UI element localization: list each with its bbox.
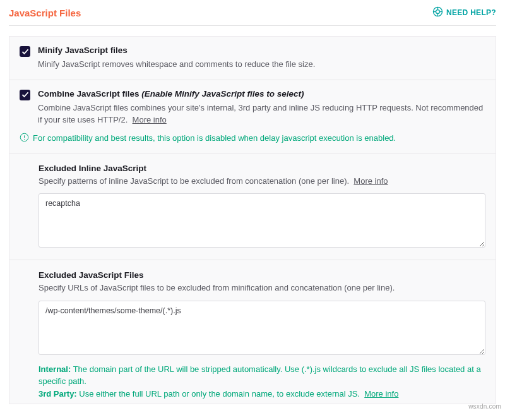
minify-js-label: Minify JavaScript files	[38, 45, 485, 55]
svg-point-1	[436, 10, 440, 14]
combine-js-warning: For compatibility and best results, this…	[20, 133, 485, 144]
excluded-files-note: Internal: The domain part of the URL wil…	[39, 363, 485, 400]
settings-panel: Minify JavaScript files Minify JavaScrip…	[9, 36, 496, 404]
excluded-files-more-info-link[interactable]: More info	[364, 389, 398, 399]
help-icon	[432, 6, 443, 19]
excluded-inline-textarea[interactable]	[39, 193, 485, 248]
excluded-files-section: Excluded JavaScript Files Specify URLs o…	[9, 260, 496, 404]
info-icon	[20, 133, 29, 144]
excluded-inline-desc: Specify patterns of inline JavaScript to…	[39, 175, 485, 188]
section-title: JavaScript Files	[9, 8, 81, 18]
combine-js-label: Combine JavaScript files	[38, 89, 140, 99]
minify-js-desc: Minify JavaScript removes whitespace and…	[38, 58, 485, 71]
excluded-files-textarea[interactable]	[39, 301, 485, 355]
combine-more-info-link[interactable]: More info	[133, 115, 167, 124]
combine-js-checkbox[interactable]	[20, 90, 30, 100]
combine-js-desc: Combine JavaScript files combines your s…	[38, 102, 485, 126]
combine-js-row: Combine JavaScript files (Enable Minify …	[9, 80, 496, 153]
minify-js-checkbox[interactable]	[20, 46, 30, 57]
excluded-files-title: Excluded JavaScript Files	[39, 270, 485, 280]
excluded-inline-section: Excluded Inline JavaScript Specify patte…	[9, 153, 496, 261]
excluded-files-desc: Specify URLs of JavaScript files to be e…	[39, 282, 485, 294]
section-header: JavaScript Files NEED HELP?	[9, 0, 496, 25]
watermark: wsxdn.com	[468, 403, 501, 410]
need-help-label: NEED HELP?	[446, 8, 496, 17]
excluded-inline-more-info-link[interactable]: More info	[354, 176, 388, 186]
excluded-inline-title: Excluded Inline JavaScript	[39, 164, 485, 173]
svg-point-4	[24, 139, 25, 140]
minify-js-row: Minify JavaScript files Minify JavaScrip…	[9, 37, 496, 80]
need-help-link[interactable]: NEED HELP?	[432, 6, 496, 19]
combine-js-hint: (Enable Minify JavaScript files to selec…	[141, 89, 304, 99]
header-divider	[9, 25, 496, 26]
